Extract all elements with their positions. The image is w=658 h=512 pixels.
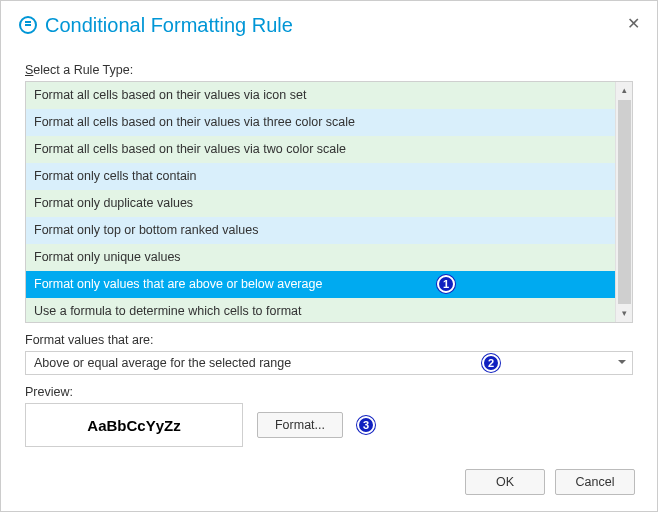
ok-button[interactable]: OK [465, 469, 545, 495]
cancel-button[interactable]: Cancel [555, 469, 635, 495]
scroll-down-icon[interactable]: ▾ [616, 305, 633, 322]
format-values-dropdown[interactable]: Above or equal average for the selected … [25, 351, 633, 375]
rule-type-item[interactable]: Format only duplicate values [26, 190, 615, 217]
rule-type-item[interactable]: Format all cells based on their values v… [26, 109, 615, 136]
title-bar: Conditional Formatting Rule ✕ [1, 1, 657, 49]
annotation-badge-2: 2 [482, 354, 500, 372]
scroll-thumb[interactable] [618, 100, 631, 304]
format-values-label: Format values that are: [25, 333, 633, 347]
dialog-buttons: OK Cancel [465, 469, 635, 495]
annotation-badge-3: 3 [357, 416, 375, 434]
annotation-badge-1: 1 [437, 275, 455, 293]
dropdown-selected-text: Above or equal average for the selected … [34, 356, 291, 370]
preview-row: AaBbCcYyZz Format... 3 [25, 403, 633, 447]
close-icon[interactable]: ✕ [623, 15, 643, 35]
rule-type-item[interactable]: Format all cells based on their values v… [26, 82, 615, 109]
rule-type-label-text: elect a Rule Type: [33, 63, 133, 77]
rule-type-item[interactable]: Format only top or bottom ranked values [26, 217, 615, 244]
format-button[interactable]: Format... [257, 412, 343, 438]
preview-label: Preview: [25, 385, 633, 399]
dialog-window: { "title": "Conditional Formatting Rule"… [0, 0, 658, 512]
rule-type-item[interactable]: Use a formula to determine which cells t… [26, 298, 615, 322]
rule-type-item-selected[interactable]: Format only values that are above or bel… [26, 271, 615, 298]
scroll-up-icon[interactable]: ▴ [616, 82, 633, 99]
rule-type-list: Format all cells based on their values v… [25, 81, 633, 323]
rule-type-label: Select a Rule Type: [25, 63, 633, 77]
rule-type-item-label: Format only values that are above or bel… [34, 277, 322, 291]
rule-type-list-items: Format all cells based on their values v… [26, 82, 615, 322]
rule-type-item[interactable]: Format all cells based on their values v… [26, 136, 615, 163]
dialog-title: Conditional Formatting Rule [45, 14, 623, 37]
preview-box: AaBbCcYyZz [25, 403, 243, 447]
dialog-body: Select a Rule Type: Format all cells bas… [1, 49, 657, 461]
rule-type-item[interactable]: Format only cells that contain [26, 163, 615, 190]
app-icon [19, 16, 37, 34]
scrollbar[interactable]: ▴ ▾ [615, 82, 632, 322]
chevron-down-icon [618, 360, 626, 364]
rule-type-item[interactable]: Format only unique values [26, 244, 615, 271]
